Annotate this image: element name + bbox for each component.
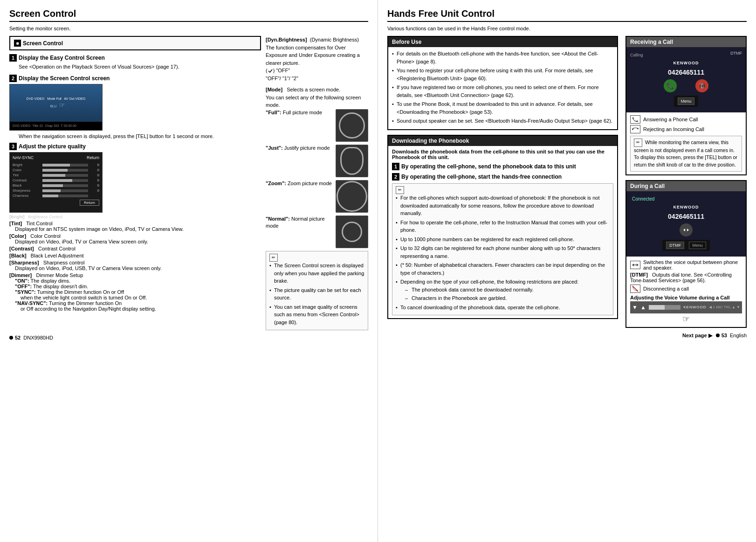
sc-box-title: ■ Screen Control xyxy=(14,40,256,47)
kenwood-logo-during: KENWOOD xyxy=(674,205,699,209)
adj-black-bar xyxy=(42,184,88,187)
mode-zoom-img xyxy=(336,180,368,213)
answer-row: Answering a Phone Call xyxy=(630,115,742,124)
mode-full-label: "Full": Full picture mode xyxy=(266,109,336,116)
adj-return-row: Return xyxy=(13,200,99,206)
mode-normal-circle xyxy=(342,222,362,242)
reject-btn[interactable]: 📵 xyxy=(695,79,708,92)
left-footer: 52 DNX9980HD xyxy=(9,335,368,340)
answer-icon-box xyxy=(630,115,640,124)
adj-return-btn[interactable]: Return xyxy=(80,200,99,206)
dimmer-sync-key: "SYNC": xyxy=(15,289,36,295)
adj-row-sharpness: Sharpness 0 xyxy=(13,188,99,193)
dimmer-sync-cont: when the vehicle light control switch is… xyxy=(21,295,261,300)
menu-item-during[interactable]: Menu xyxy=(689,242,706,249)
control-black: [Black] Black Level Adjustment xyxy=(9,253,261,258)
disconnect-label: Disconnecting a call xyxy=(643,286,689,292)
adj-contrast-label: Contrast xyxy=(13,178,41,182)
mode-zoom-label: "Zoom": Zoom picture mode xyxy=(266,180,336,187)
ctrl-tint-desc: Tint Control xyxy=(26,221,52,226)
ctrl-bright-desc: Brightness Control xyxy=(28,215,62,219)
vol-bar-fill xyxy=(649,305,665,310)
mode-normal-row: "Normal": Normal picture mode xyxy=(266,215,368,248)
mode-just-circle xyxy=(340,147,364,175)
dtmf-menu-item[interactable]: DTMF xyxy=(666,242,684,249)
ctrl-dimmer-desc: Dimmer Mode Setup xyxy=(36,272,83,278)
control-contrast: [Contrast] Contrast Control xyxy=(9,246,261,251)
right-lang: English xyxy=(730,333,747,338)
dp-dash-list: The phonebook data cannot be downloaded … xyxy=(405,286,610,302)
dp-note: ✏ For the cell-phones which support auto… xyxy=(392,183,613,316)
vol-nav-controls: ◀ 1 MIC TRL ▲ ▼ xyxy=(709,305,740,309)
ctrl-sharp-desc: Sharpness control xyxy=(43,260,85,265)
switch-phone-icon xyxy=(632,262,639,268)
adj-row-black: Black 0 xyxy=(13,183,99,188)
dp-note-4: Up to 32 digits can be registered for ea… xyxy=(396,244,610,260)
ctrl-black-label: [Black] xyxy=(9,253,27,258)
step2-screen-image: DVD VIDEO Mode Full AV Out VIDEO BLU ☞ D… xyxy=(9,84,103,131)
dp-step1-title: By operating the cell-phone, send the ph… xyxy=(401,163,576,170)
dp-note-list: For the cell-phones which support auto-d… xyxy=(396,194,610,311)
right-subtitle: Various functions can be used in the Han… xyxy=(387,26,747,31)
adj-tint-label: Tint xyxy=(13,173,41,177)
answer-btn[interactable]: 📞 xyxy=(664,79,677,92)
control-tint: [Tint] Tint Control Displayed for an NTS… xyxy=(9,221,261,232)
dimmer-off: "OFF": The display doesn't dim. xyxy=(15,284,261,289)
during-call-box: During a Call Connected KENWOOD 04264651… xyxy=(625,180,747,328)
adj-bright-bar xyxy=(42,164,88,167)
adj-black-val: 0 xyxy=(90,183,99,188)
switch-row: Switches the voice output between phone … xyxy=(630,259,742,271)
dp-note-6: Depending on the type of your cell-phone… xyxy=(396,278,610,302)
dyn-brightness-label: [Dyn.Brightness] xyxy=(266,37,307,42)
reject-phone-icon xyxy=(632,126,639,132)
adj-color-fill xyxy=(42,169,68,172)
step3-num: 3 xyxy=(9,143,17,150)
mode-full-row: "Full": Full picture mode xyxy=(266,109,368,142)
dp-note-7: To cancel downloading of the phonebook d… xyxy=(396,304,610,312)
receiving-body: Answering a Phone Call Rejecting an Inco… xyxy=(626,112,746,174)
mode-normal-img xyxy=(336,215,368,248)
dvd-content: DVD VIDEO Mode Full AV Out VIDEO BLU ☞ xyxy=(27,97,85,109)
note-item-1: The Screen Control screen is displayed o… xyxy=(269,262,364,285)
switch-btn[interactable] xyxy=(680,223,693,236)
during-phone-screen: Connected KENWOOD 0426465111 DTMF xyxy=(626,191,746,257)
dp-step2-num: 2 xyxy=(392,173,399,181)
mode-just-img xyxy=(336,145,368,177)
before-use-box: Before Use For details on the Bluetooth … xyxy=(387,36,618,130)
adj-row-charness: Charness xyxy=(13,194,99,198)
dp-step2-title: By operating the cell-phone, start the h… xyxy=(401,174,562,180)
right-dot xyxy=(716,334,720,337)
mode-zoom-circle xyxy=(337,181,367,212)
phone-number-recv: 0426465111 xyxy=(668,69,704,76)
dtmf-key: [DTMF] xyxy=(630,272,648,278)
dvd-bar-label2: Title 22 xyxy=(33,124,43,127)
mode-label: [Mode] xyxy=(266,87,282,92)
vol-nav-4: ▲ ▼ xyxy=(732,305,740,309)
connected-label: Connected xyxy=(630,196,654,202)
mode-full-circle xyxy=(339,112,365,139)
left-page: Screen Control Setting the monitor scree… xyxy=(0,0,378,542)
dtmf-label-recv: DTMF xyxy=(730,51,742,56)
right-col: [Dyn.Brightness] (Dynamic Brightness) Th… xyxy=(266,36,368,330)
dp-desc: Downloads the phonebook data from the ce… xyxy=(392,149,613,160)
left-subtitle: Setting the monitor screen. xyxy=(9,26,368,31)
vol-nav-3: TRL xyxy=(724,305,731,309)
control-dimmer: [Dimmer] Dimmer Mode Setup "ON": The dis… xyxy=(9,272,261,312)
step1-num: 1 xyxy=(9,54,17,62)
dp-note-3: Up to 1000 phone numbers can be register… xyxy=(396,236,610,243)
left-dot xyxy=(9,336,13,340)
dtmf-row: [DTMF] Outputs dial tone. See <Controlli… xyxy=(630,272,742,283)
dimmer-on: "ON": The display dims. xyxy=(15,278,261,284)
during-call-header: During a Call xyxy=(626,181,746,191)
adj-sharp-val: 0 xyxy=(90,188,99,193)
menu-item-recv[interactable]: Menu xyxy=(678,97,695,105)
adj-sharp-fill xyxy=(42,189,61,192)
adj-row-tint: Tint 0 xyxy=(13,173,99,177)
mode-just-label: "Just": Justify picture mode xyxy=(266,145,336,152)
vol-kenwood-label: KENWOOD xyxy=(683,305,706,309)
recv-pencil-icon: ✏ xyxy=(634,139,642,147)
phone-number-during: 0426465111 xyxy=(668,213,704,220)
phone-screen-top-row: Calling DTMF xyxy=(630,53,742,57)
phone-buttons-during xyxy=(680,223,693,236)
dp-note-1: For the cell-phones which support auto-d… xyxy=(396,194,610,217)
